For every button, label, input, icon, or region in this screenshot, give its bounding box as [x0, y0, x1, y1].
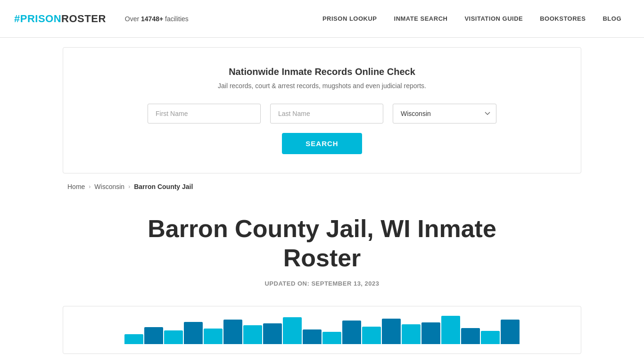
logo-hash: # [14, 13, 20, 25]
nav-blog[interactable]: BLOG [594, 15, 630, 22]
facilities-prefix: Over [125, 15, 141, 23]
chart-bar [243, 325, 262, 344]
nav-prison-lookup[interactable]: PRISON LOOKUP [314, 15, 386, 22]
chart-bar [481, 331, 500, 344]
chart-bar [382, 319, 401, 344]
chart-bar [362, 327, 381, 344]
chart-bar [402, 324, 421, 344]
chart-bar-container [77, 316, 567, 344]
nav-inmate-search[interactable]: INMATE SEARCH [386, 15, 456, 22]
search-button[interactable]: SEARCH [282, 133, 362, 154]
chart-bar [322, 332, 341, 344]
facilities-text: Over 14748+ facilities [125, 15, 189, 23]
page-title-section: Barron County Jail, WI Inmate Roster UPD… [0, 195, 644, 296]
first-name-input[interactable] [148, 104, 261, 123]
search-title: Nationwide Inmate Records Online Check [91, 66, 553, 77]
page-title: Barron County Jail, WI Inmate Roster [133, 214, 511, 273]
chart-bar [283, 317, 302, 344]
chart-section [63, 306, 581, 354]
chart-bar [184, 322, 203, 344]
facilities-count: 14748+ [141, 15, 163, 23]
chart-bar [124, 334, 143, 344]
nav-visitation-guide[interactable]: VISITATION GUIDE [456, 15, 531, 22]
chart-bar [204, 329, 223, 344]
last-name-input[interactable] [270, 104, 383, 123]
chart-bar [342, 321, 361, 344]
chart-bar [263, 323, 282, 344]
chart-bar [223, 320, 242, 344]
nav-bookstores[interactable]: BOOKSTORES [531, 15, 594, 22]
breadcrumb-state[interactable]: Wisconsin [94, 183, 124, 190]
logo-roster: ROSTER [61, 13, 106, 25]
page-updated: UPDATED ON: SEPTEMBER 13, 2023 [9, 280, 635, 287]
chart-bar [501, 320, 520, 344]
search-button-row: SEARCH [91, 133, 553, 154]
facilities-suffix: facilities [163, 15, 189, 23]
search-form-row: AlabamaAlaskaArizonaArkansasCaliforniaCo… [91, 104, 553, 123]
logo-prison: PRISON [20, 13, 61, 25]
chart-bar [421, 322, 440, 344]
search-subtitle: Jail records, court & arrest records, mu… [91, 82, 553, 90]
logo[interactable]: #PRISONROSTER [14, 13, 106, 25]
search-section: Nationwide Inmate Records Online Check J… [63, 47, 581, 173]
breadcrumb: Home › Wisconsin › Barron County Jail [63, 183, 581, 190]
breadcrumb-current: Barron County Jail [134, 183, 193, 190]
navbar: #PRISONROSTER Over 14748+ facilities PRI… [0, 0, 644, 38]
chart-bar [461, 328, 480, 344]
chart-bar [441, 316, 460, 344]
nav-links: PRISON LOOKUP INMATE SEARCH VISITATION G… [314, 15, 630, 22]
state-select[interactable]: AlabamaAlaskaArizonaArkansasCaliforniaCo… [393, 104, 496, 123]
chart-bar [164, 330, 183, 344]
chart-bar [303, 329, 322, 344]
breadcrumb-home[interactable]: Home [67, 183, 85, 190]
chart-bar [144, 327, 163, 344]
breadcrumb-sep-2: › [128, 183, 130, 190]
breadcrumb-sep-1: › [89, 183, 91, 190]
